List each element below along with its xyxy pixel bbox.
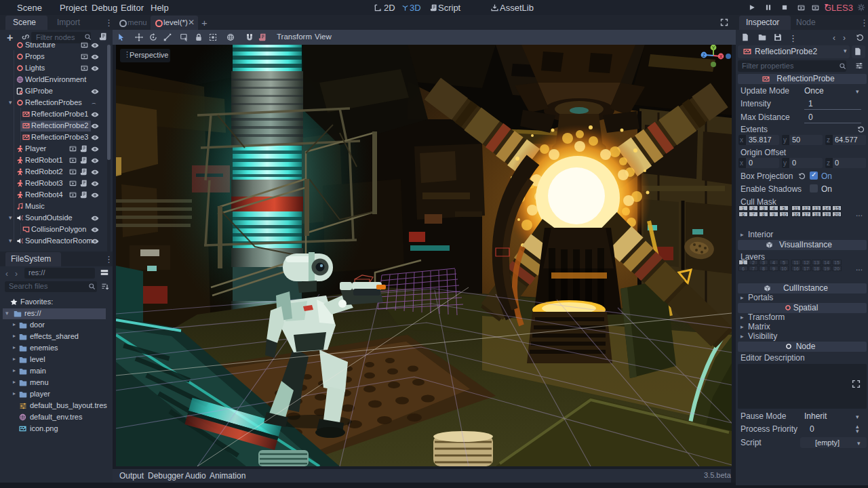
svg-text:Y: Y [712, 45, 715, 50]
svg-text:X: X [719, 54, 723, 59]
svg-text:Z: Z [703, 53, 706, 58]
